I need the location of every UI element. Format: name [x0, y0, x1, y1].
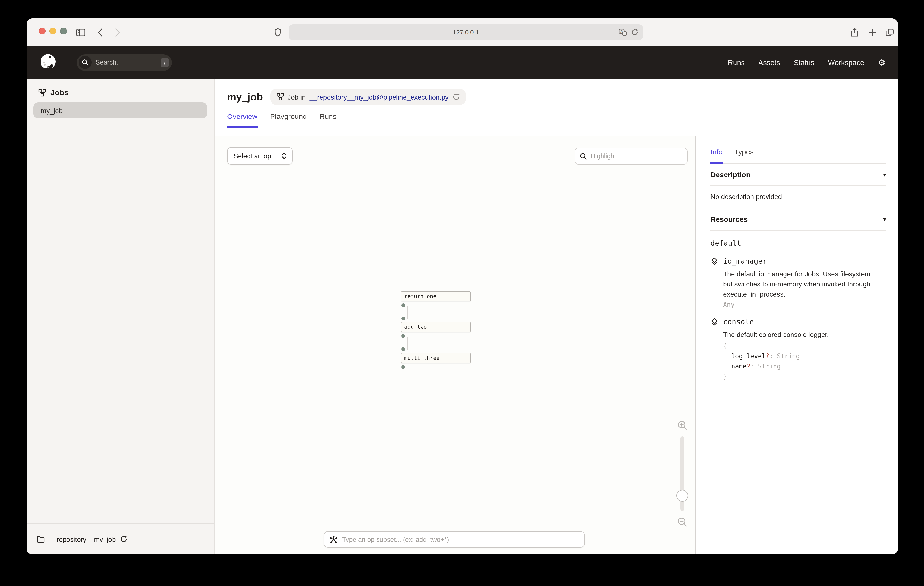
op-select-dropdown[interactable]: Select an op... — [227, 147, 292, 165]
search-icon — [580, 153, 587, 159]
info-panel-tabs: Info Types — [711, 136, 886, 164]
description-section-header[interactable]: Description ▾ — [711, 164, 886, 186]
browser-window: 127.0.0.1 A — [27, 18, 898, 555]
resources-section-header[interactable]: Resources ▾ — [711, 208, 886, 231]
svg-text:A: A — [620, 29, 623, 33]
sidebar-toggle-icon[interactable] — [75, 18, 86, 46]
zoom-control — [676, 420, 689, 527]
reload-repository-icon[interactable] — [120, 536, 127, 543]
folder-icon — [37, 536, 45, 543]
highlight-input[interactable] — [591, 152, 682, 160]
close-window-button[interactable] — [39, 28, 46, 35]
sidebar-item-my-job[interactable]: my_job — [33, 103, 207, 118]
sidebar-title: Jobs — [51, 88, 69, 97]
zoom-slider-track[interactable] — [680, 437, 684, 511]
tab-overview-icon[interactable] — [884, 18, 895, 46]
section-title: Resources — [711, 215, 747, 223]
search-shortcut-badge: / — [160, 58, 169, 67]
description-body: No description provided — [711, 186, 886, 208]
tab-types[interactable]: Types — [734, 147, 754, 164]
app-header: / Runs Assets Status Workspace ⚙ — [27, 46, 898, 79]
tab-info[interactable]: Info — [711, 147, 723, 164]
job-origin-tag: Job in __repository__my_job@pipeline_exe… — [270, 89, 465, 105]
screen: 127.0.0.1 A — [0, 0, 924, 586]
collapse-caret-icon: ▾ — [883, 171, 886, 178]
search-icon — [79, 56, 92, 69]
input-port — [401, 316, 405, 320]
config-brace-close: } — [723, 371, 886, 382]
op-graph-canvas[interactable]: Select an op... return_on — [214, 136, 695, 555]
info-panel: Info Types Description ▾ No description … — [695, 136, 898, 555]
resource-config-schema: { log_level?: String name?: String } — [723, 341, 886, 382]
workflow-icon — [38, 89, 46, 97]
jobs-sidebar: Jobs my_job __repository__my_job — [27, 79, 214, 555]
op-node-multi-three[interactable]: multi_three — [401, 353, 471, 363]
section-title: Description — [711, 171, 751, 179]
job-item-label: my_job — [41, 107, 63, 114]
resource-diamond-icon — [711, 257, 718, 265]
zoom-slider-handle[interactable] — [676, 490, 688, 502]
input-port — [401, 347, 405, 351]
nav-workspace[interactable]: Workspace — [828, 58, 864, 66]
search-input[interactable] — [96, 59, 157, 66]
reload-job-icon[interactable] — [452, 93, 459, 101]
resource-group-name: default — [711, 239, 886, 248]
zoom-in-icon[interactable] — [678, 420, 687, 430]
highlight-search[interactable] — [574, 147, 688, 165]
config-field-name: name?: String — [723, 361, 886, 371]
repository-name: __repository__my_job — [49, 535, 116, 543]
op-node-return-one[interactable]: return_one — [401, 291, 471, 301]
output-port — [401, 365, 405, 369]
nav-status[interactable]: Status — [794, 58, 814, 66]
minimize-window-button[interactable] — [50, 28, 56, 35]
traffic-lights — [39, 28, 67, 35]
op-selector-icon — [330, 535, 338, 543]
privacy-shield-icon[interactable] — [272, 18, 283, 46]
reload-icon[interactable] — [631, 29, 638, 36]
output-port — [401, 334, 405, 338]
nav-assets[interactable]: Assets — [758, 58, 780, 66]
config-brace-open: { — [723, 341, 886, 351]
op-node-add-two[interactable]: add_two — [401, 322, 471, 332]
workflow-icon — [276, 93, 284, 101]
tab-overview[interactable]: Overview — [227, 112, 257, 128]
page-title: my_job — [227, 91, 263, 103]
address-bar[interactable]: 127.0.0.1 A — [289, 24, 643, 40]
nav-runs[interactable]: Runs — [728, 58, 745, 66]
resource-description: The default colored console logger. — [723, 329, 881, 340]
edge-return-one-add-two — [407, 306, 408, 319]
zoom-window-button[interactable] — [60, 28, 67, 35]
forward-button[interactable] — [112, 18, 123, 46]
resource-diamond-icon — [711, 318, 718, 326]
output-port — [401, 303, 405, 307]
browser-chrome: 127.0.0.1 A — [27, 18, 898, 46]
translate-icon[interactable]: A — [619, 29, 627, 36]
job-tag-prefix: Job in — [287, 93, 306, 101]
app-nav: Runs Assets Status Workspace ⚙ — [728, 58, 886, 67]
collapse-caret-icon: ▾ — [883, 216, 886, 223]
config-field-log-level: log_level?: String — [723, 351, 886, 361]
tab-runs[interactable]: Runs — [320, 112, 337, 128]
resource-name: console — [723, 318, 754, 326]
resource-type: Any — [723, 301, 886, 308]
op-select-label: Select an op... — [233, 152, 277, 160]
back-button[interactable] — [95, 18, 105, 46]
job-origin-link[interactable]: __repository__my_job@pipeline_execution.… — [310, 93, 449, 101]
share-icon[interactable] — [849, 18, 860, 46]
tab-playground[interactable]: Playground — [270, 112, 307, 128]
edge-add-two-multi-three — [407, 337, 408, 349]
caret-updown-icon — [282, 152, 286, 159]
resource-io-manager: io_manager The default io manager for Jo… — [711, 257, 886, 308]
op-subset-filter[interactable] — [324, 531, 585, 548]
global-search[interactable]: / — [77, 54, 172, 71]
new-tab-icon[interactable] — [866, 18, 878, 46]
settings-gear-icon[interactable]: ⚙ — [878, 58, 886, 67]
resource-name: io_manager — [723, 257, 767, 266]
dagster-logo[interactable] — [39, 53, 57, 71]
op-subset-input[interactable] — [342, 536, 579, 543]
job-tabs: Overview Playground Runs — [227, 112, 885, 128]
zoom-out-icon[interactable] — [678, 517, 687, 527]
repository-footer[interactable]: __repository__my_job — [27, 523, 214, 555]
resource-description: The default io manager for Jobs. Uses fi… — [723, 269, 881, 300]
job-header: my_job Job in __repository__my_job@pipel… — [214, 79, 898, 136]
